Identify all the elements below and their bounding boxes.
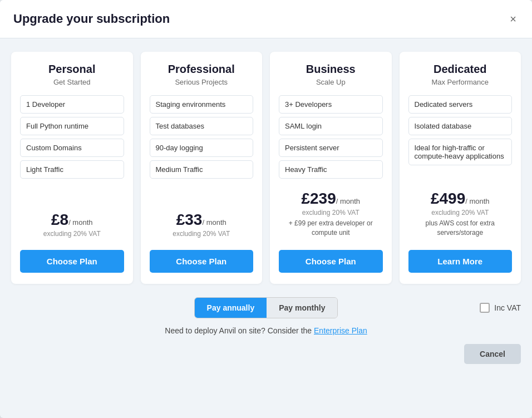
price-main-professional: £33: [176, 211, 203, 228]
price-section-business: £239/ monthexcluding 20% VAT+ £99 per ex…: [279, 190, 383, 238]
plans-container: PersonalGet Started1 DeveloperFull Pytho…: [0, 38, 532, 293]
plan-tagline-business: Scale Up: [279, 78, 383, 86]
plan-name-business: Business: [279, 63, 383, 76]
price-section-personal: £8/ monthexcluding 20% VAT: [20, 211, 124, 238]
feature-item: 3+ Developers: [279, 95, 383, 114]
plan-card-personal: PersonalGet Started1 DeveloperFull Pytho…: [11, 52, 133, 284]
enterprise-text-before: Need to deploy Anvil on site?: [165, 326, 265, 335]
modal-title: Upgrade your subscription: [13, 12, 170, 26]
feature-item: Dedicated servers: [408, 95, 513, 114]
plan-card-dedicated: DedicatedMax PerformanceDedicated server…: [400, 52, 521, 284]
cta-button-personal[interactable]: Choose Plan: [20, 250, 124, 273]
feature-item: Staging environments: [150, 95, 254, 114]
feature-item: Persistent server: [279, 139, 383, 157]
enterprise-link[interactable]: Enterprise Plan: [314, 326, 367, 335]
plan-name-dedicated: Dedicated: [408, 63, 513, 76]
price-vat-dedicated: excluding 20% VAT: [408, 209, 513, 217]
plan-tagline-professional: Serious Projects: [150, 78, 254, 86]
feature-item: Medium Traffic: [150, 160, 254, 179]
inc-vat-label: Inc VAT: [494, 303, 521, 312]
enterprise-bar: Need to deploy Anvil on site? Consider t…: [0, 318, 532, 337]
pay-monthly-button[interactable]: Pay monthly: [267, 298, 337, 318]
plan-tagline-personal: Get Started: [20, 78, 124, 86]
features-list-business: 3+ DevelopersSAML loginPersistent server…: [279, 95, 383, 179]
enterprise-text-middle: Consider the: [268, 326, 314, 335]
price-period-personal: / month: [68, 218, 92, 227]
inc-vat-section: Inc VAT: [480, 303, 521, 313]
feature-item: 90-day logging: [150, 139, 254, 157]
feature-item: Light Traffic: [20, 160, 124, 179]
feature-item: Ideal for high-traffic or compute-heavy …: [408, 139, 513, 165]
price-section-dedicated: £499/ monthexcluding 20% VATplus AWS cos…: [408, 190, 513, 238]
cta-button-professional[interactable]: Choose Plan: [150, 250, 254, 273]
feature-item: 1 Developer: [20, 95, 124, 114]
feature-item: Full Python runtime: [20, 117, 124, 135]
price-period-business: / month: [336, 197, 360, 205]
price-main-business: £239: [301, 190, 336, 207]
price-period-dedicated: / month: [465, 197, 489, 205]
price-extra-dedicated: plus AWS cost for extra servers/storage: [408, 219, 513, 238]
price-main-personal: £8: [51, 211, 68, 228]
cta-button-dedicated[interactable]: Learn More: [408, 250, 513, 273]
features-list-professional: Staging environmentsTest databases90-day…: [150, 95, 254, 200]
plan-card-business: BusinessScale Up3+ DevelopersSAML loginP…: [270, 52, 392, 284]
price-vat-personal: excluding 20% VAT: [20, 230, 124, 238]
plan-name-personal: Personal: [20, 63, 124, 76]
close-button[interactable]: ×: [508, 11, 519, 27]
inc-vat-checkbox[interactable]: [480, 303, 490, 313]
feature-item: Isolated database: [408, 117, 513, 135]
price-vat-business: excluding 20% VAT: [279, 209, 383, 217]
price-period-professional: / month: [202, 218, 226, 227]
cta-button-business[interactable]: Choose Plan: [279, 250, 383, 273]
modal-header: Upgrade your subscription ×: [0, 0, 532, 38]
feature-item: Heavy Traffic: [279, 160, 383, 179]
pay-annually-button[interactable]: Pay annually: [195, 298, 267, 318]
cancel-button[interactable]: Cancel: [464, 344, 521, 364]
features-list-dedicated: Dedicated serversIsolated databaseIdeal …: [408, 95, 513, 179]
price-main-dedicated: £499: [431, 190, 465, 207]
plan-tagline-dedicated: Max Performance: [408, 78, 513, 86]
upgrade-modal: Upgrade your subscription × PersonalGet …: [0, 0, 532, 418]
footer-bar: Cancel: [0, 337, 532, 368]
billing-toggle: Pay annually Pay monthly: [194, 297, 338, 318]
price-section-professional: £33/ monthexcluding 20% VAT: [150, 211, 254, 238]
price-extra-business: + £99 per extra developer or compute uni…: [279, 219, 383, 238]
billing-bar: Pay annually Pay monthly Inc VAT: [0, 297, 532, 318]
plan-card-professional: ProfessionalSerious ProjectsStaging envi…: [141, 52, 263, 284]
features-list-personal: 1 DeveloperFull Python runtimeCustom Dom…: [20, 95, 124, 200]
feature-item: SAML login: [279, 117, 383, 135]
feature-item: Test databases: [150, 117, 254, 135]
feature-item: Custom Domains: [20, 139, 124, 157]
plan-name-professional: Professional: [150, 63, 254, 76]
price-vat-professional: excluding 20% VAT: [150, 230, 254, 238]
